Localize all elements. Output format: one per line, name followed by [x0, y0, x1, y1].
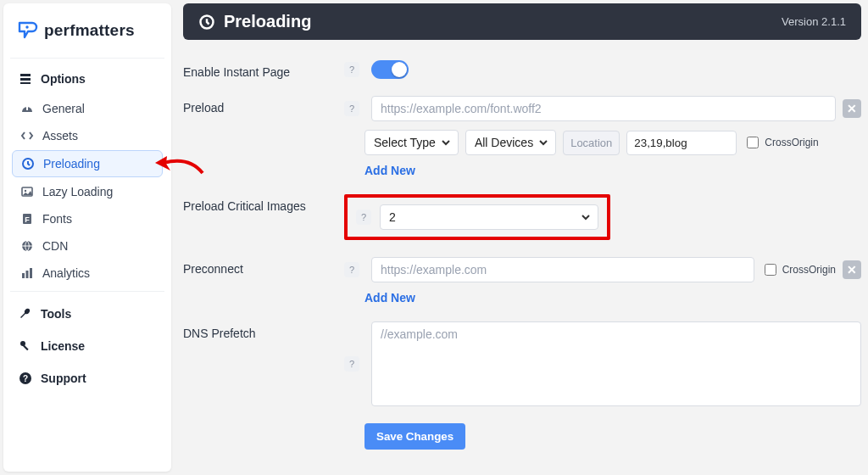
sidebar-item-license[interactable]: License: [12, 331, 163, 361]
help-icon[interactable]: ?: [344, 356, 359, 372]
sidebar-item-assets[interactable]: Assets: [12, 123, 163, 148]
section-title: Options: [41, 72, 86, 86]
settings-form: Enable Instant Page ? Preload ? ✕: [183, 52, 861, 458]
remove-button[interactable]: ✕: [843, 99, 861, 118]
sidebar-item-analytics[interactable]: Analytics: [12, 260, 163, 286]
crossorigin-label: CrossOrigin: [782, 264, 836, 276]
label-critical-images: Preload Critical Images: [183, 194, 344, 213]
font-icon: F: [20, 212, 34, 226]
chevron-down-icon: [538, 137, 548, 148]
section-options: Options: [12, 64, 163, 94]
preload-device-select[interactable]: All Devices: [465, 130, 556, 155]
sidebar-item-cdn[interactable]: CDN: [12, 233, 163, 259]
sidebar-item-tools[interactable]: Tools: [12, 299, 163, 329]
nav-options: General Assets Preloading Lazy Loading: [12, 96, 163, 286]
help-icon[interactable]: ?: [344, 101, 359, 116]
svg-rect-15: [22, 344, 28, 350]
help-icon[interactable]: ?: [344, 62, 359, 77]
clock-icon: [198, 14, 215, 31]
nav-label: Assets: [42, 129, 78, 142]
add-new-link[interactable]: Add New: [364, 291, 415, 305]
wrench-icon: [19, 307, 32, 321]
crossorigin-label: CrossOrigin: [765, 137, 818, 148]
dns-prefetch-textarea[interactable]: [371, 321, 861, 406]
question-icon: ?: [19, 372, 32, 385]
toggle-instant-page[interactable]: [371, 60, 409, 79]
version-text: Version 2.1.1: [782, 15, 846, 28]
crossorigin-input[interactable]: [747, 137, 759, 148]
nav-label: General: [42, 102, 85, 115]
sidebar: perfmatters Options General Assets Prelo…: [3, 3, 171, 472]
page-title: Preloading: [224, 12, 311, 31]
chevron-down-icon: [441, 137, 451, 148]
row-preload: Preload ? ✕ Select Type All Devices: [183, 87, 861, 186]
critical-images-select[interactable]: 2: [380, 204, 598, 230]
nav-label: Fonts: [42, 212, 72, 226]
svg-rect-11: [22, 273, 25, 278]
location-label: Location: [563, 131, 620, 155]
nav-secondary: Tools License ? Support: [12, 299, 163, 394]
code-icon: [20, 129, 34, 142]
nav-label: Support: [41, 372, 86, 385]
gauge-icon: [20, 102, 34, 115]
svg-rect-1: [20, 74, 31, 76]
sidebar-item-support[interactable]: ? Support: [12, 363, 163, 394]
brand-icon: [17, 20, 39, 41]
sidebar-item-lazy-loading[interactable]: Lazy Loading: [12, 179, 163, 204]
svg-text:F: F: [25, 215, 30, 224]
key-icon: [19, 339, 32, 353]
svg-rect-13: [30, 268, 32, 278]
nav-label: Analytics: [42, 266, 90, 280]
select-value: 2: [389, 210, 396, 224]
preload-type-select[interactable]: Select Type: [364, 130, 459, 155]
nav-label: Lazy Loading: [42, 185, 113, 198]
label-dns-prefetch: DNS Prefetch: [183, 321, 344, 340]
select-label: All Devices: [475, 136, 533, 149]
row-preconnect: Preconnect ? CrossOrigin ✕ Add New: [183, 249, 861, 313]
logo: perfmatters: [12, 15, 163, 53]
crossorigin-checkbox[interactable]: CrossOrigin: [743, 134, 818, 151]
label-preload: Preload: [183, 96, 344, 115]
clock-icon: [21, 157, 35, 170]
nav-label: License: [41, 339, 85, 353]
main: Preloading Version 2.1.1 Enable Instant …: [183, 3, 861, 472]
nav-label: CDN: [42, 239, 68, 253]
svg-point-0: [25, 25, 28, 28]
label-preconnect: Preconnect: [183, 257, 344, 276]
svg-rect-2: [20, 78, 31, 81]
divider: [10, 58, 164, 59]
help-icon[interactable]: ?: [344, 262, 359, 277]
sidebar-item-general[interactable]: General: [12, 96, 163, 121]
chevron-down-icon: [581, 212, 591, 222]
add-new-link[interactable]: Add New: [364, 164, 415, 177]
remove-button[interactable]: ✕: [843, 260, 861, 279]
svg-rect-12: [26, 271, 29, 278]
preload-url-input[interactable]: [371, 96, 836, 121]
nav-label: Preloading: [43, 157, 100, 170]
help-icon[interactable]: ?: [356, 210, 371, 225]
svg-text:?: ?: [23, 374, 28, 383]
select-label: Select Type: [374, 136, 436, 149]
page-header: Preloading Version 2.1.1: [183, 3, 861, 40]
highlight-box: ? 2: [344, 194, 610, 240]
nav-label: Tools: [41, 307, 71, 321]
row-critical-images: Preload Critical Images ? 2: [183, 186, 861, 249]
svg-rect-4: [26, 106, 28, 110]
row-save: Save Changes: [183, 415, 861, 458]
row-dns-prefetch: DNS Prefetch ?: [183, 313, 861, 415]
divider: [10, 291, 164, 292]
preconnect-url-input[interactable]: [371, 257, 754, 282]
label-instant-page: Enable Instant Page: [183, 60, 344, 79]
save-button[interactable]: Save Changes: [364, 423, 465, 450]
location-input[interactable]: [626, 131, 737, 155]
chart-icon: [20, 266, 34, 280]
sidebar-item-fonts[interactable]: F Fonts: [12, 206, 163, 232]
sidebar-item-preloading[interactable]: Preloading: [12, 150, 163, 177]
svg-rect-3: [20, 82, 31, 84]
crossorigin-checkbox[interactable]: CrossOrigin: [761, 261, 836, 278]
row-instant-page: Enable Instant Page ?: [183, 52, 861, 87]
image-icon: [20, 185, 34, 198]
globe-icon: [20, 239, 34, 253]
crossorigin-input[interactable]: [765, 264, 776, 276]
svg-point-7: [25, 190, 26, 192]
